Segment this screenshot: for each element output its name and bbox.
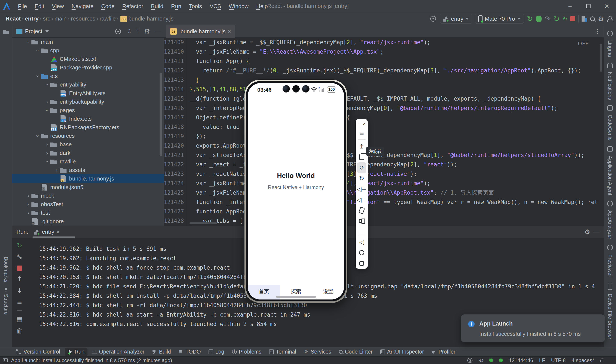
menu-code[interactable]: Code <box>97 0 118 13</box>
stripe-icon-previewer[interactable] <box>607 245 613 250</box>
nav-recents-button[interactable] <box>357 258 366 269</box>
tool-window-log[interactable]: Log <box>205 348 227 356</box>
tool-window-code-linter[interactable]: Code Linter <box>336 348 375 356</box>
phone-tab-item[interactable]: 设置 <box>312 286 344 299</box>
mirror-menu-icon[interactable]: ≡ <box>357 128 366 138</box>
code-editor[interactable]: 121409 var _jsxRuntime = _$$_REQUIRE(_de… <box>164 38 604 226</box>
tree-item-dark[interactable]: ›dark <box>12 149 164 157</box>
volume-up-icon[interactable]: ◁+ <box>357 184 366 195</box>
menu-view[interactable]: View <box>48 0 68 13</box>
chevron-expanded-icon[interactable]: › <box>34 47 41 54</box>
close-tab-icon[interactable]: × <box>56 229 60 235</box>
stripe-icon-device-file-browser[interactable] <box>608 283 612 290</box>
volume-down-icon[interactable]: ◁− <box>357 195 366 205</box>
stripe-label-lingma[interactable]: Lingma <box>607 40 613 57</box>
tree-item-rnpackagesfactory-ets[interactable]: ETSRNPackagesFactory.ets <box>12 123 164 131</box>
tree-item-cpp[interactable]: ›cpp <box>12 46 164 55</box>
nav-back-button[interactable]: ◁ <box>357 237 366 247</box>
panel-options-icon[interactable]: ⚙ <box>144 27 150 36</box>
screenshot-crop-icon[interactable] <box>357 152 366 162</box>
tree-item-module-json5[interactable]: {;}module.json5 <box>12 183 164 191</box>
chevron-collapsed-icon[interactable]: › <box>44 98 50 105</box>
minimize-button[interactable]: – <box>561 0 579 13</box>
tree-item-entryability[interactable]: ›entryability <box>12 80 164 89</box>
run-settings-icon[interactable]: ⚙ <box>584 228 590 236</box>
debug-button[interactable] <box>536 16 542 22</box>
chevron-collapsed-icon[interactable]: › <box>44 150 50 156</box>
codegenie-status-icon[interactable]: G <box>467 358 472 363</box>
select-opened-file-icon[interactable] <box>115 29 121 34</box>
chevron-expanded-icon[interactable]: › <box>34 73 41 79</box>
menu-edit[interactable]: Edit <box>31 0 48 13</box>
tree-item-base[interactable]: ›base <box>12 140 164 149</box>
menu-build[interactable]: Build <box>147 0 167 13</box>
indent-setting[interactable]: 4 spaces* <box>572 357 594 363</box>
print-icon[interactable]: ▤ <box>16 316 22 323</box>
attach-target-icon[interactable] <box>430 16 436 22</box>
edit-config-icon[interactable]: 🔧︎ <box>16 254 23 260</box>
line-ending[interactable]: LF <box>539 357 545 363</box>
account-button[interactable] <box>607 16 613 22</box>
tree-item-entryability-ets[interactable]: ETSEntryAbility.ets <box>12 89 164 97</box>
tool-window-arkui-inspector[interactable]: ArkUI Inspector <box>377 348 427 356</box>
tool-window-services[interactable]: Services <box>301 348 334 356</box>
chevron-collapsed-icon[interactable]: › <box>44 141 50 148</box>
restore-button[interactable] <box>579 0 598 13</box>
device-select[interactable]: Mate 70 Pro <box>475 14 524 24</box>
stripe-label-codegenie[interactable]: CodeGenie <box>607 115 613 141</box>
stripe-label-bookmarks[interactable]: Bookmarks <box>3 257 9 282</box>
menu-vcs[interactable]: VCS <box>206 0 225 13</box>
menu-refactor[interactable]: Refactor <box>119 0 147 13</box>
breadcrumb-item[interactable]: entry <box>25 15 39 22</box>
breadcrumb-item[interactable]: src <box>43 15 50 22</box>
breadcrumb-item[interactable]: React <box>6 15 21 22</box>
tree-item-packageprovider-cpp[interactable]: C++PackageProvider.cpp <box>12 63 164 72</box>
rerun-icon[interactable]: ↻ <box>17 242 22 249</box>
search-button[interactable] <box>590 16 595 21</box>
editor-vertical-scrollbar[interactable] <box>600 44 602 72</box>
rotate-left-button[interactable]: ↺ <box>357 162 366 173</box>
project-stripe-icon[interactable] <box>3 29 9 34</box>
tool-window-operation-analyzer[interactable]: Operation Analyzer <box>89 348 148 356</box>
breadcrumb-item[interactable]: rawfile <box>100 15 116 22</box>
tree-item-pages[interactable]: ›pages <box>12 106 164 115</box>
mirror-minimize-icon[interactable]: – <box>358 121 360 127</box>
stripe-label-structure[interactable]: Structure <box>3 294 9 315</box>
run-minimize-icon[interactable]: — <box>593 228 600 235</box>
chevron-expanded-icon[interactable]: › <box>44 107 51 113</box>
editor-tab-active[interactable]: JS bundle.harmony.js × <box>166 25 235 38</box>
menu-navigate[interactable]: Navigate <box>68 0 97 13</box>
tree-scrollbar[interactable] <box>160 73 162 156</box>
hide-panel-icon[interactable]: — <box>155 28 161 35</box>
tree-item--gitignore[interactable]: ∅.gitignore <box>12 217 164 226</box>
tree-item-test[interactable]: ›test <box>12 208 164 217</box>
status-message[interactable]: App Launch: Install successfully finishe… <box>11 357 172 363</box>
soft-wrap-icon[interactable]: ≡ <box>17 299 22 305</box>
chevron-expanded-icon[interactable]: › <box>25 39 32 45</box>
phone-tab-active[interactable]: 首页 <box>248 286 280 299</box>
tree-item-mock[interactable]: ›mock <box>12 191 164 200</box>
tree-item-bundle-harmony-js[interactable]: JSbundle.harmony.js <box>12 174 164 183</box>
breadcrumb-item[interactable]: resources <box>71 15 95 22</box>
stripe-label-application-agent[interactable]: Application Agent <box>607 156 613 195</box>
settings-button[interactable]: ⚙ <box>598 15 604 23</box>
nav-home-button[interactable] <box>357 247 366 258</box>
tab-options-icon[interactable]: ⋮ <box>594 28 600 35</box>
tool-window-run[interactable]: Run <box>65 348 87 356</box>
stripe-icon-notifications[interactable] <box>607 63 613 68</box>
home-indicator[interactable] <box>276 296 316 298</box>
mirror-close-icon[interactable]: × <box>363 121 366 127</box>
tree-item-main[interactable]: ›main <box>12 38 164 46</box>
tool-window-version-control[interactable]: Version Control <box>14 348 63 356</box>
stripe-icon-lingma[interactable] <box>607 31 613 36</box>
stripe-icon-appanalyzer[interactable] <box>607 201 613 206</box>
stop-button[interactable] <box>570 16 575 21</box>
profiler-button[interactable] <box>582 16 587 22</box>
scroll-down-icon[interactable]: ↓ <box>17 287 22 294</box>
chevron-expanded-icon[interactable]: › <box>44 158 51 165</box>
menu-run[interactable]: Run <box>167 0 185 13</box>
caret-position[interactable]: 121444:46 <box>509 357 533 363</box>
chevron-expanded-icon[interactable]: › <box>34 133 41 139</box>
stripe-icon-application-agent[interactable] <box>607 146 613 152</box>
multi-screen-icon[interactable] <box>357 216 366 226</box>
